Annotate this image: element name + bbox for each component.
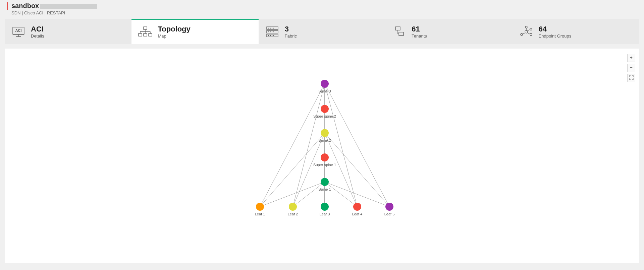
- topology-svg[interactable]: Spine 3Super spine 2Spine 2Super spine 1…: [5, 49, 639, 263]
- svg-point-41: [321, 80, 329, 88]
- topology-node-leaf2[interactable]: Leaf 2: [288, 203, 298, 216]
- topology-node-label: Leaf 2: [288, 212, 298, 216]
- accent-bar: [7, 2, 8, 10]
- svg-point-23: [273, 31, 274, 32]
- svg-point-27: [273, 35, 274, 36]
- svg-point-49: [353, 203, 361, 211]
- svg-rect-4: [144, 27, 147, 29]
- topology-node-spine2[interactable]: Spine 2: [318, 129, 331, 142]
- svg-rect-11: [144, 33, 147, 36]
- topology-edge: [293, 182, 325, 207]
- topology-node-label: Spine 1: [318, 187, 331, 191]
- tab-text: 61 Tenants: [412, 25, 427, 39]
- topology-node-spine3[interactable]: Spine 3: [318, 80, 331, 93]
- topology-node-label: Spine 2: [318, 138, 331, 142]
- tab-subtitle: Details: [31, 33, 44, 39]
- topology-node-leaf4[interactable]: Leaf 4: [352, 203, 363, 216]
- topology-edge: [325, 133, 357, 207]
- topology-icon: [138, 25, 153, 38]
- topology-node-superspine2[interactable]: Super spine 2: [313, 105, 336, 118]
- svg-point-21: [270, 31, 271, 32]
- tab-tenants[interactable]: 61 Tenants: [385, 19, 512, 44]
- svg-point-32: [525, 30, 528, 33]
- zoom-out-button[interactable]: −: [627, 64, 635, 72]
- svg-point-18: [272, 28, 272, 28]
- svg-point-46: [256, 203, 264, 211]
- svg-point-24: [268, 35, 269, 36]
- svg-point-35: [530, 33, 532, 36]
- tenants-icon: [391, 25, 407, 38]
- svg-line-40: [527, 29, 530, 31]
- svg-point-25: [270, 35, 271, 36]
- tab-subtitle: Tenants: [412, 33, 427, 39]
- svg-point-48: [321, 203, 329, 211]
- tab-strip: ACI ACI Details Topology Map: [5, 19, 639, 44]
- svg-point-50: [385, 203, 393, 211]
- endpoint-groups-icon: [519, 25, 534, 38]
- tab-title: 64: [539, 25, 572, 33]
- svg-point-19: [273, 28, 274, 28]
- svg-point-47: [289, 203, 297, 211]
- svg-rect-12: [149, 33, 152, 36]
- tab-topology-map[interactable]: Topology Map: [131, 19, 258, 44]
- title-row: sandbox: [7, 2, 637, 10]
- topology-node-spine1[interactable]: Spine 1: [318, 178, 331, 191]
- svg-rect-29: [399, 32, 404, 36]
- fullscreen-icon: [629, 75, 634, 80]
- tab-fabric[interactable]: 3 Fabric: [259, 19, 385, 44]
- topology-node-leaf1[interactable]: Leaf 1: [255, 203, 265, 216]
- fullscreen-button[interactable]: [627, 74, 635, 82]
- svg-point-33: [525, 26, 527, 28]
- svg-point-34: [521, 33, 523, 36]
- svg-point-44: [321, 153, 329, 161]
- page-subtitle: SDN | Cisco ACI | RESTAPI: [11, 10, 637, 15]
- svg-point-20: [268, 31, 269, 32]
- monitor-icon: ACI: [11, 25, 26, 38]
- topology-edge: [325, 133, 389, 207]
- svg-line-39: [527, 33, 530, 34]
- svg-point-16: [268, 28, 269, 28]
- svg-line-38: [522, 33, 525, 34]
- svg-text:ACI: ACI: [15, 28, 22, 32]
- tab-title: 3: [285, 25, 297, 33]
- svg-point-26: [272, 35, 272, 36]
- page-header: sandbox SDN | Cisco ACI | RESTAPI: [0, 0, 644, 19]
- tab-title: ACI: [31, 25, 44, 33]
- tab-aci-details[interactable]: ACI ACI Details: [5, 19, 131, 44]
- topology-canvas[interactable]: Spine 3Super spine 2Spine 2Super spine 1…: [5, 49, 639, 263]
- tab-text: 64 Endpoint Groups: [539, 25, 572, 39]
- topology-edge: [260, 84, 325, 207]
- topology-node-label: Leaf 5: [384, 212, 395, 216]
- tab-text: 3 Fabric: [285, 25, 297, 39]
- topology-edge: [325, 84, 389, 207]
- page-title: sandbox: [11, 2, 97, 10]
- tab-endpoint-groups[interactable]: 64 Endpoint Groups: [513, 19, 639, 44]
- svg-point-17: [270, 28, 271, 28]
- tab-text: ACI Details: [31, 25, 44, 39]
- topology-edge: [325, 182, 357, 207]
- topology-node-label: Leaf 3: [320, 212, 330, 216]
- svg-rect-28: [395, 27, 400, 30]
- tab-subtitle: Fabric: [285, 33, 297, 39]
- page-title-text: sandbox: [11, 2, 39, 9]
- topology-node-label: Super spine 2: [313, 114, 336, 118]
- fabric-icon: [265, 25, 280, 38]
- topology-node-label: Spine 3: [318, 89, 331, 93]
- svg-point-45: [321, 178, 329, 186]
- topology-edge: [293, 133, 325, 207]
- topology-node-leaf3[interactable]: Leaf 3: [320, 203, 330, 216]
- tab-subtitle: Map: [158, 33, 190, 39]
- zoom-controls: + −: [627, 54, 635, 82]
- tab-title: Topology: [158, 25, 190, 33]
- topology-node-label: Leaf 1: [255, 212, 265, 216]
- title-redacted-block: [40, 4, 97, 9]
- topology-node-leaf5[interactable]: Leaf 5: [384, 203, 395, 216]
- zoom-in-button[interactable]: +: [627, 54, 635, 62]
- tab-subtitle: Endpoint Groups: [539, 33, 572, 39]
- topology-node-superspine1[interactable]: Super spine 1: [313, 153, 336, 167]
- svg-point-43: [321, 129, 329, 137]
- topology-node-label: Leaf 4: [352, 212, 363, 216]
- topology-edge: [260, 133, 325, 207]
- svg-point-42: [321, 105, 329, 113]
- tab-text: Topology Map: [158, 25, 190, 39]
